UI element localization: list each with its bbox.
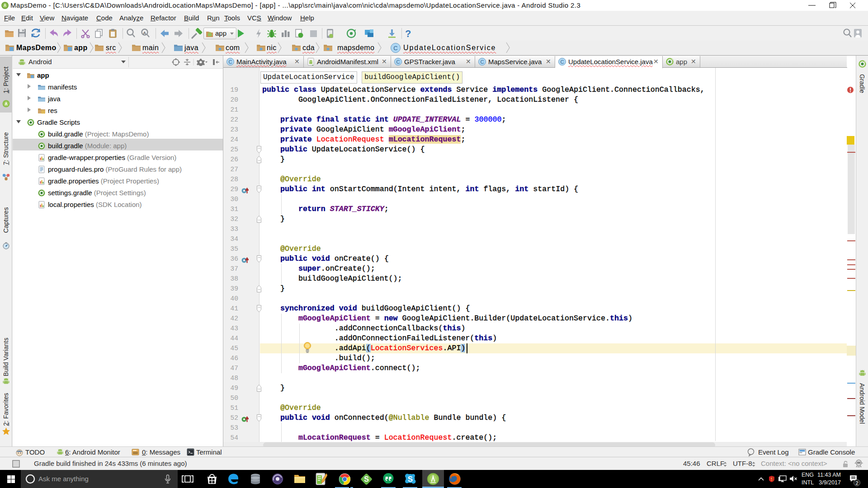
svg-text:?: ? <box>405 28 411 39</box>
svg-text:C: C <box>561 59 564 65</box>
svg-text:C: C <box>481 59 484 65</box>
svg-text:A: A <box>143 31 146 35</box>
svg-text:C: C <box>229 59 232 65</box>
svg-text:S: S <box>364 475 369 483</box>
svg-text:S: S <box>408 475 413 483</box>
svg-text:C: C <box>393 45 397 52</box>
svg-text:C: C <box>396 59 400 65</box>
